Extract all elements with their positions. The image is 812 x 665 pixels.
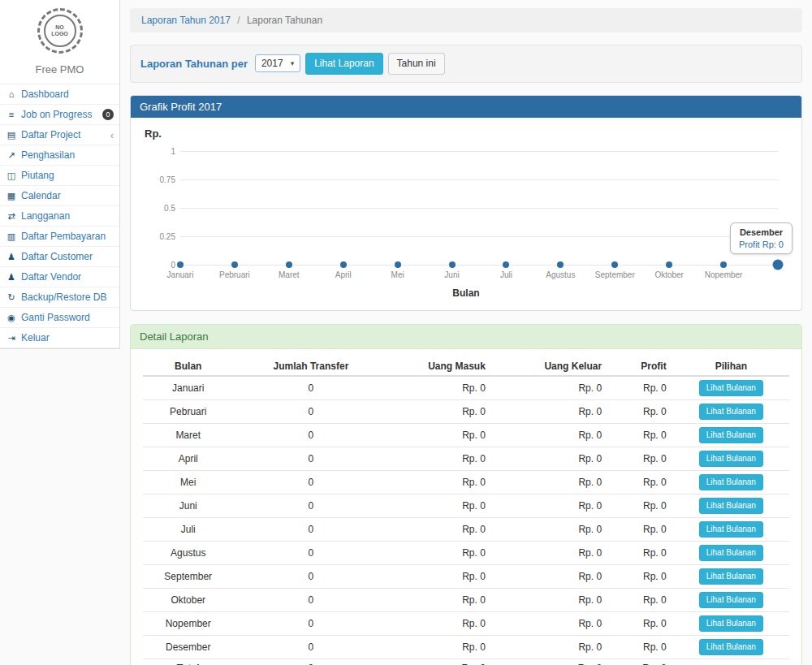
lihat-bulanan-button[interactable]: Lihat Bulanan: [699, 427, 763, 443]
sidebar-item-label: Daftar Pembayaran: [21, 231, 114, 242]
action-cell: Lihat Bulanan: [673, 423, 789, 447]
gridline: [180, 151, 778, 152]
sidebar-item-dashboard[interactable]: ⌂Dashboard: [0, 84, 119, 105]
y-tick-label: 1: [146, 146, 175, 155]
sidebar-item-label: Dashboard: [21, 89, 114, 100]
data-point-mei[interactable]: [395, 261, 401, 268]
table-cell: Rp. 0: [492, 564, 608, 588]
chart-y-axis-title: Rp.: [145, 127, 789, 140]
data-point-oktober[interactable]: [666, 261, 672, 268]
x-tick-label: Mei: [391, 270, 404, 279]
detail-panel: Detail Laporan BulanJumlah TransferUang …: [130, 324, 802, 665]
x-tick-label: Pebruari: [219, 270, 250, 279]
table-row: Desember0Rp. 0Rp. 0Rp. 0Lihat Bulanan: [143, 635, 789, 659]
table-row: Juli0Rp. 0Rp. 0Rp. 0Lihat Bulanan: [143, 517, 789, 541]
sidebar-item-label: Job on Progress: [21, 109, 98, 120]
lihat-bulanan-button[interactable]: Lihat Bulanan: [699, 521, 763, 538]
column-header: Uang Masuk: [388, 357, 491, 376]
sidebar-item-daftar-customer[interactable]: ♟Daftar Customer: [0, 247, 119, 267]
lihat-bulanan-button[interactable]: Lihat Bulanan: [699, 592, 763, 608]
breadcrumb-link-laporan-tahun[interactable]: Laporan Tahun 2017: [141, 15, 231, 26]
data-point-maret[interactable]: [286, 261, 292, 268]
lihat-bulanan-button[interactable]: Lihat Bulanan: [699, 380, 763, 396]
year-select[interactable]: 2017 ▾: [255, 54, 300, 72]
sidebar-item-job-on-progress[interactable]: ≡Job on Progress0: [0, 105, 119, 125]
sidebar-item-label: Piutang: [21, 170, 114, 181]
lihat-laporan-button[interactable]: Lihat Laporan: [305, 53, 382, 75]
table-cell: Juni: [143, 494, 233, 517]
total-cell: 0: [233, 659, 388, 665]
data-point-pebruari[interactable]: [231, 261, 238, 268]
lihat-bulanan-button[interactable]: Lihat Bulanan: [699, 404, 763, 420]
lihat-bulanan-button[interactable]: Lihat Bulanan: [699, 474, 763, 490]
sidebar-item-piutang[interactable]: ◫Piutang: [0, 166, 119, 186]
sidebar-item-keluar[interactable]: ⇥Keluar: [0, 328, 119, 348]
data-point-september[interactable]: [611, 261, 618, 268]
count-badge: 0: [102, 109, 114, 120]
chart-tooltip-value: Profit Rp: 0: [739, 240, 784, 249]
backup-restore-icon: ↻: [6, 292, 17, 303]
table-cell: 0: [233, 541, 388, 564]
gridline: [180, 179, 778, 180]
sidebar-item-label: Penghasilan: [21, 149, 114, 161]
no-logo-placeholder: NO LOGO: [44, 15, 76, 47]
lihat-bulanan-button[interactable]: Lihat Bulanan: [699, 451, 763, 467]
breadcrumb-current: Laporan Tahunan: [247, 15, 322, 26]
table-cell: Rp. 0: [388, 635, 491, 659]
data-point-januari[interactable]: [177, 261, 184, 268]
sidebar: NO LOGO Free PMO ⌂Dashboard≡Job on Progr…: [0, 0, 120, 349]
data-point-juli[interactable]: [503, 261, 509, 268]
table-cell: Juli: [143, 517, 233, 541]
gridline: [180, 236, 778, 237]
table-cell: Rp. 0: [492, 494, 608, 517]
lihat-bulanan-button[interactable]: Lihat Bulanan: [699, 615, 763, 632]
income-chart-icon: ↗: [6, 150, 17, 161]
table-cell: Rp. 0: [608, 564, 673, 588]
data-point-nopember[interactable]: [720, 261, 727, 268]
table-cell: 0: [233, 470, 388, 494]
sidebar-item-daftar-vendor[interactable]: ♟Daftar Vendor: [0, 267, 119, 287]
sidebar-item-daftar-pembayaran[interactable]: ▥Daftar Pembayaran: [0, 227, 119, 247]
tahun-ini-button[interactable]: Tahun ini: [388, 53, 445, 75]
table-cell: 0: [233, 588, 388, 611]
year-select-value: 2017: [261, 58, 283, 69]
sidebar-item-langganan[interactable]: ⇄Langganan: [0, 206, 119, 227]
sidebar-item-label: Langganan: [21, 210, 114, 222]
data-point-juni[interactable]: [449, 261, 456, 268]
table-cell: Rp. 0: [608, 470, 673, 494]
sidebar-item-penghasilan[interactable]: ↗Penghasilan: [0, 145, 119, 166]
detail-panel-heading: Detail Laporan: [131, 325, 801, 349]
lihat-bulanan-button[interactable]: Lihat Bulanan: [699, 545, 763, 561]
sidebar-item-label: Keluar: [21, 332, 114, 343]
sidebar-item-label: Daftar Project: [21, 129, 106, 140]
breadcrumb: Laporan Tahun 2017 / Laporan Tahunan: [130, 8, 802, 32]
total-cell: Rp. 0: [608, 659, 673, 665]
lihat-bulanan-button[interactable]: Lihat Bulanan: [699, 498, 763, 514]
lihat-bulanan-button[interactable]: Lihat Bulanan: [699, 639, 763, 655]
action-cell: Lihat Bulanan: [673, 494, 789, 517]
action-cell: Lihat Bulanan: [673, 564, 789, 588]
sidebar-item-calendar[interactable]: ▦Calendar: [0, 186, 119, 206]
table-cell: Rp. 0: [388, 541, 491, 564]
sidebar-item-backup-restore-db[interactable]: ↻Backup/Restore DB: [0, 287, 119, 308]
data-point-desember[interactable]: [773, 259, 784, 270]
sidebar-item-ganti-password[interactable]: ◉Ganti Password: [0, 308, 119, 328]
data-point-april[interactable]: [340, 261, 347, 268]
data-point-agustus[interactable]: [557, 261, 564, 268]
x-tick-label: Juli: [500, 270, 512, 279]
table-cell: Rp. 0: [388, 447, 491, 470]
sidebar-item-label: Daftar Vendor: [21, 271, 114, 283]
action-cell: Lihat Bulanan: [673, 470, 789, 494]
receivable-money-icon: ◫: [6, 171, 17, 181]
y-tick-label: 0.75: [146, 175, 175, 184]
table-cell: Rp. 0: [388, 588, 491, 611]
action-cell: Lihat Bulanan: [673, 517, 789, 541]
calendar-icon: ▦: [6, 191, 17, 201]
subscription-icon: ⇄: [6, 211, 17, 222]
x-tick-label: Nopember: [705, 270, 743, 279]
x-tick-label: Januari: [167, 270, 194, 279]
lihat-bulanan-button[interactable]: Lihat Bulanan: [699, 568, 763, 585]
table-cell: 0: [233, 376, 388, 400]
table-cell: 0: [233, 564, 388, 588]
sidebar-item-daftar-project[interactable]: ▤Daftar Project‹: [0, 125, 119, 145]
